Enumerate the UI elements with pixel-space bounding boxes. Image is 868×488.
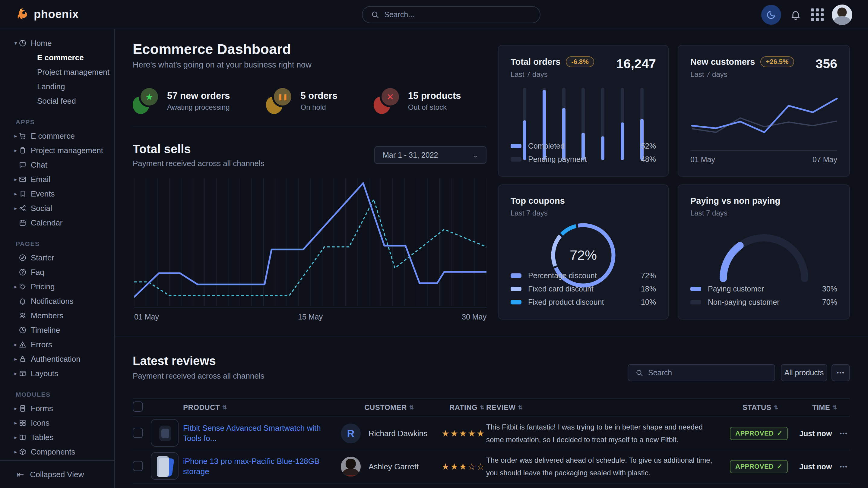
review-time: Just now — [799, 429, 840, 438]
legend-row: Completed 52% — [510, 139, 656, 153]
sort-icon: ⇅ — [832, 404, 837, 411]
divider — [133, 127, 486, 127]
row-checkbox[interactable] — [133, 461, 143, 471]
sidebar-subitem-project-management[interactable]: Project management — [0, 65, 114, 79]
column-header-product[interactable]: PRODUCT⇅ — [183, 403, 341, 412]
sidebar-subitem-label: E commerce — [37, 53, 84, 62]
sidebar-item-authentication[interactable]: ▸Authentication — [0, 352, 114, 366]
x-tick-label: 07 May — [812, 155, 837, 164]
sidebar: ▾HomeE commerceProject managementLanding… — [0, 29, 115, 488]
stat-label: On hold — [300, 103, 337, 111]
sidebar-item-social[interactable]: ▸Social — [0, 201, 114, 216]
column-header-label: RATING — [450, 403, 477, 412]
sidebar-item-notifications[interactable]: Notifications — [0, 294, 114, 308]
sort-icon: ⇅ — [518, 404, 523, 411]
sidebar-item-events[interactable]: ▸Events — [0, 187, 114, 201]
product-thumbnail[interactable] — [151, 419, 179, 447]
total-orders-card: Total orders -6.8% Last 7 days 16,247 Co… — [498, 45, 669, 176]
product-link[interactable]: Fitbit Sense Advanced Smartwatch with To… — [183, 423, 321, 443]
sidebar-item-errors[interactable]: ▸Errors — [0, 337, 114, 352]
table-row — [133, 484, 850, 488]
apps-menu-button[interactable] — [810, 7, 825, 22]
grid-icon — [19, 419, 27, 427]
column-header-review[interactable]: REVIEW⇅ — [486, 403, 730, 412]
sidebar-item-label: Email — [31, 175, 50, 184]
sidebar-item-pricing[interactable]: ▸Pricing — [0, 280, 114, 294]
product-link[interactable]: iPhone 13 pro max-Pacific Blue-128GB sto… — [183, 457, 319, 476]
reviews-table: PRODUCT⇅CUSTOMER⇅RATING⇅REVIEW⇅STATUS⇅TI… — [133, 398, 850, 488]
sidebar-item-tables[interactable]: ▸Tables — [0, 430, 114, 445]
sidebar-section-label: PAGES — [16, 240, 114, 248]
sidebar-item-components[interactable]: ▸Components — [0, 445, 114, 459]
x-tick-label: 30 May — [462, 313, 487, 321]
sidebar-item-timeline[interactable]: Timeline — [0, 323, 114, 337]
caret-right-icon: ▸ — [13, 356, 18, 362]
stat-on-hold: ❚❚ 5 orders On hold — [266, 88, 337, 114]
stat-label: Awating processing — [167, 103, 230, 111]
legend-row: Fixed product discount 10% — [510, 295, 656, 308]
theme-toggle-button[interactable] — [761, 5, 781, 25]
legend-swatch — [690, 287, 701, 291]
sidebar-subitem-social-feed[interactable]: Social feed — [0, 94, 114, 108]
calendar-icon — [19, 219, 27, 227]
grid-apps-icon — [811, 8, 824, 21]
sidebar-item-icons[interactable]: ▸Icons — [0, 416, 114, 430]
sidebar-item-faq[interactable]: Faq — [0, 265, 114, 280]
row-actions-button[interactable]: ••• — [840, 430, 848, 437]
coupons-legend: Percentage discount 72% Fixed card disco… — [510, 269, 656, 308]
table-row: iPhone 13 pro max-Pacific Blue-128GB sto… — [133, 450, 850, 484]
sidebar-item-home[interactable]: ▾Home — [0, 36, 114, 50]
legend-swatch — [690, 300, 701, 304]
latest-reviews-subtitle: Payment received across all channels — [133, 371, 264, 381]
search-icon — [371, 10, 379, 19]
sidebar-subitem-landing[interactable]: Landing — [0, 79, 114, 94]
sidebar-item-layouts[interactable]: ▸Layouts — [0, 366, 114, 381]
brand-logo[interactable]: phoenix — [16, 7, 79, 22]
row-actions-button[interactable]: ••• — [840, 463, 848, 470]
sidebar-item-chat[interactable]: Chat — [0, 158, 114, 172]
global-search-input[interactable]: Search... — [362, 6, 540, 23]
sidebar-item-label: Chat — [31, 160, 48, 170]
product-thumbnail[interactable] — [151, 452, 179, 480]
total-orders-value: 16,247 — [616, 56, 656, 71]
lock-icon — [19, 355, 27, 363]
review-text: This Fitbit is fantastic! I was trying t… — [486, 421, 730, 446]
sidebar-item-project-management[interactable]: ▸Project management — [0, 143, 114, 158]
caret-right-icon: ▸ — [13, 341, 18, 348]
phoenix-logo-icon — [16, 7, 30, 22]
sidebar-subitem-label: Social feed — [37, 96, 76, 106]
sidebar-item-forms[interactable]: ▸Forms — [0, 401, 114, 416]
collapse-view-label: Collapsed View — [30, 470, 84, 479]
date-range-select[interactable]: Mar 1 - 31, 2022 ⌄ — [374, 146, 487, 164]
global-search-placeholder: Search... — [384, 10, 414, 19]
sidebar-item-calendar[interactable]: Calendar — [0, 216, 114, 230]
column-header-customer[interactable]: CUSTOMER⇅ — [341, 403, 441, 412]
legend-row: Paying customer 30% — [690, 282, 837, 295]
app-screen: phoenix Search... ▾HomeE commerceProject… — [0, 0, 868, 488]
sidebar-item-starter[interactable]: Starter — [0, 251, 114, 265]
sidebar-item-members[interactable]: Members — [0, 308, 114, 323]
sidebar-item-email[interactable]: ▸Email — [0, 172, 114, 187]
review-time: Just now — [799, 462, 840, 471]
reviews-search-input[interactable]: Search — [628, 364, 775, 381]
table-more-button[interactable]: ••• — [832, 364, 850, 381]
sidebar-item-e-commerce[interactable]: ▸E commerce — [0, 129, 114, 143]
sidebar-item-label: Calendar — [31, 218, 63, 228]
sidebar-item-label: Tables — [31, 433, 53, 442]
column-header-rating[interactable]: RATING⇅ — [441, 403, 486, 412]
legend-label: Percentage discount — [528, 271, 597, 280]
column-header-time[interactable]: TIME⇅ — [799, 403, 840, 412]
share-icon — [19, 204, 27, 212]
latest-reviews-title: Latest reviews — [133, 354, 216, 368]
select-all-checkbox[interactable] — [133, 401, 143, 412]
caret-right-icon: ▸ — [13, 176, 18, 183]
legend-swatch — [510, 287, 522, 291]
notifications-button[interactable] — [788, 7, 803, 22]
column-header-status[interactable]: STATUS⇅ — [730, 403, 799, 412]
row-checkbox[interactable] — [133, 428, 143, 438]
user-avatar[interactable] — [832, 4, 852, 25]
sidebar-subitem-e-commerce[interactable]: E commerce — [0, 50, 114, 65]
collapse-view-button[interactable]: ⇤ Collapsed View — [0, 460, 114, 488]
caret-right-icon: ▸ — [13, 449, 18, 455]
all-products-button[interactable]: All products — [781, 364, 827, 381]
